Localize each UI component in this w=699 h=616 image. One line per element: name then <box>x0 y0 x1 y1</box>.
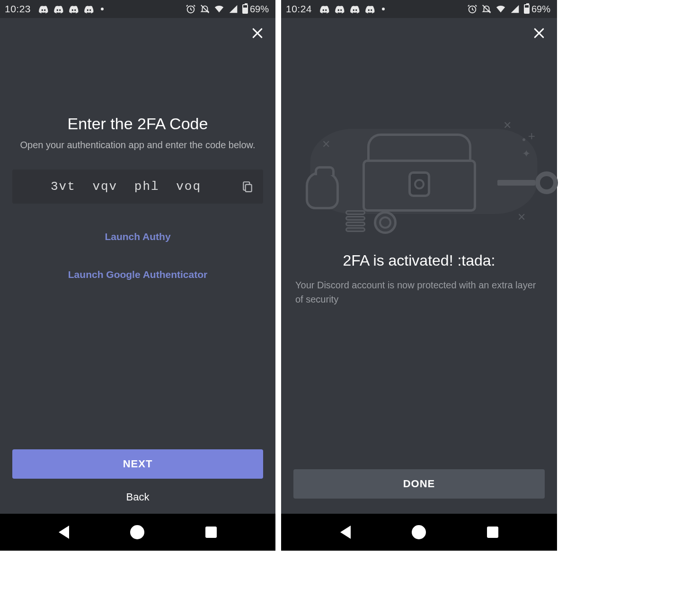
status-time: 10:24 <box>286 3 312 15</box>
nav-home-button[interactable] <box>412 525 426 539</box>
next-button[interactable]: NEXT <box>12 449 263 479</box>
phone-right: 10:24 <box>281 0 557 551</box>
svg-rect-0 <box>246 185 252 192</box>
battery-percent: 69% <box>250 4 269 15</box>
wifi-icon <box>495 4 506 14</box>
signal-icon <box>228 4 239 14</box>
key-icon <box>497 171 558 194</box>
jar-icon <box>306 171 339 209</box>
alarm-icon <box>186 4 196 14</box>
treasure-illustration: ✕ • ✦ ✕ ✕ • + <box>293 110 545 238</box>
alarm-icon <box>467 4 478 14</box>
dnd-icon <box>200 4 210 14</box>
copy-button[interactable] <box>240 179 255 194</box>
close-button[interactable] <box>530 24 549 43</box>
android-navbar <box>281 514 557 551</box>
done-button[interactable]: DONE <box>293 469 545 499</box>
nav-recent-button[interactable] <box>487 527 498 538</box>
notification-dot-icon <box>101 8 104 10</box>
chest-icon <box>363 134 476 214</box>
discord-icon <box>69 5 79 13</box>
nav-home-button[interactable] <box>130 525 144 539</box>
code-box: 3vt vqv phl voq <box>12 170 263 204</box>
discord-icon <box>319 5 330 13</box>
page-subtitle: Open your authentication app and enter t… <box>12 140 263 151</box>
page-subtitle: Your Discord account is now protected wi… <box>293 278 545 306</box>
discord-icon <box>53 5 64 13</box>
phone-left: 10:23 <box>0 0 275 551</box>
status-time: 10:23 <box>5 3 31 15</box>
back-button[interactable]: Back <box>12 491 263 503</box>
close-button[interactable] <box>248 24 267 43</box>
status-bar: 10:23 <box>0 0 275 18</box>
nav-back-button[interactable] <box>59 526 69 539</box>
signal-icon <box>510 4 520 14</box>
sparkle-icon: ✕ <box>322 138 330 151</box>
battery-percent: 69% <box>531 4 550 15</box>
sparkle-icon: ✕ <box>517 211 526 223</box>
battery-icon <box>242 4 248 14</box>
launch-authy-link[interactable]: Launch Authy <box>12 231 263 242</box>
launch-google-auth-link[interactable]: Launch Google Authenticator <box>12 269 263 280</box>
sparkle-icon: ✦ <box>522 148 531 160</box>
plus-icon: + <box>528 129 535 143</box>
discord-icon <box>365 5 375 13</box>
wifi-icon <box>214 4 224 14</box>
sparkle-icon: • <box>522 134 526 146</box>
android-navbar <box>0 514 275 551</box>
discord-icon <box>335 5 345 13</box>
nav-recent-button[interactable] <box>205 527 217 538</box>
status-bar: 10:24 <box>281 0 557 18</box>
notification-dot-icon <box>382 8 385 10</box>
discord-icon <box>84 5 94 13</box>
discord-icon <box>350 5 360 13</box>
page-title: 2FA is activated! :tada: <box>293 252 545 269</box>
page-title: Enter the 2FA Code <box>12 115 263 133</box>
discord-icon <box>38 5 49 13</box>
sparkle-icon: ✕ <box>503 119 512 132</box>
nav-back-button[interactable] <box>340 526 351 539</box>
code-value: 3vt vqv phl voq <box>21 179 240 194</box>
battery-icon <box>524 4 530 14</box>
dnd-icon <box>481 4 492 14</box>
